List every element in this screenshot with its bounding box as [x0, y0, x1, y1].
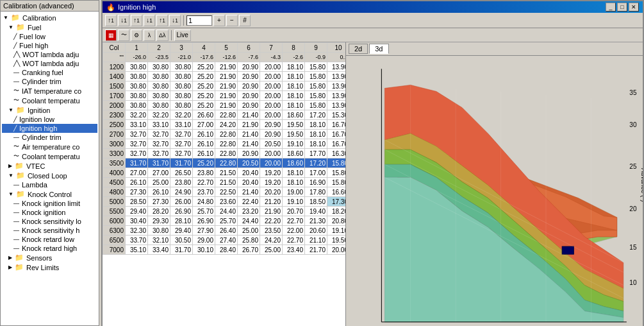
cell-19-6[interactable]: 25.00 — [260, 245, 283, 255]
cell-7-3[interactable]: 26.10 — [193, 130, 215, 139]
cell-2-9[interactable]: 13.90 — [327, 82, 347, 91]
cell-16-2[interactable]: 28.10 — [170, 216, 193, 226]
cell-9-8[interactable]: 17.70 — [305, 149, 327, 159]
cell-14-0[interactable]: 28.50 — [126, 197, 148, 207]
cell-10-6[interactable]: 20.00 — [260, 159, 283, 168]
delta-button[interactable]: Δλ — [156, 30, 169, 41]
cell-16-6[interactable]: 22.20 — [260, 216, 283, 226]
tree-item-knock-ign[interactable]: —Knock ignition — [2, 208, 97, 217]
cell-1-8[interactable]: 15.80 — [305, 72, 327, 82]
up2-button[interactable]: ↑1 — [131, 15, 142, 26]
cell-0-5[interactable]: 20.90 — [238, 62, 260, 72]
cell-12-1[interactable]: 25.00 — [148, 178, 170, 187]
tree-item-knock-retard-h[interactable]: —Knock retard high — [2, 244, 97, 253]
cell-11-5[interactable]: 20.40 — [238, 168, 260, 178]
cell-11-6[interactable]: 19.20 — [260, 168, 283, 178]
cell-5-1[interactable]: 32.20 — [148, 110, 170, 120]
down1-button[interactable]: ↓1 — [118, 15, 129, 26]
cell-10-7[interactable]: 18.60 — [283, 159, 305, 168]
cell-16-7[interactable]: 22.70 — [283, 216, 305, 226]
cell-12-6[interactable]: 19.20 — [260, 178, 283, 187]
tree-item-closed-loop[interactable]: ▼📁Closed Loop — [2, 171, 97, 180]
cell-1-7[interactable]: 18.10 — [283, 72, 305, 82]
tree-item-iat-co[interactable]: 〜IAT temperature co — [2, 86, 97, 96]
tab-2d[interactable]: 2d — [349, 44, 368, 54]
cell-10-2[interactable]: 31.70 — [170, 159, 193, 168]
cell-3-0[interactable]: 30.80 — [126, 91, 148, 101]
cell-4-7[interactable]: 18.10 — [283, 101, 305, 110]
cell-1-6[interactable]: 20.00 — [260, 72, 283, 82]
cell-8-3[interactable]: 26.10 — [193, 139, 215, 149]
cell-13-9[interactable]: 16.60 — [327, 187, 347, 197]
cell-7-0[interactable]: 32.70 — [126, 130, 148, 139]
cell-16-8[interactable]: 21.30 — [305, 216, 327, 226]
cell-9-7[interactable]: 18.60 — [283, 149, 305, 159]
hash-button[interactable]: # — [239, 15, 251, 26]
cell-7-6[interactable]: 20.90 — [260, 130, 283, 139]
cell-18-7[interactable]: 22.70 — [283, 236, 305, 245]
cell-8-9[interactable]: 16.70 — [327, 139, 347, 149]
cell-19-7[interactable]: 23.40 — [283, 245, 305, 255]
cell-1-1[interactable]: 30.80 — [148, 72, 170, 82]
tree-item-knock-control[interactable]: ▼📁Knock Control — [2, 189, 97, 199]
cell-7-9[interactable]: 16.70 — [327, 130, 347, 139]
cell-6-9[interactable]: 16.70 — [327, 120, 347, 130]
cell-5-5[interactable]: 21.40 — [238, 110, 260, 120]
tree-item-iat-ign[interactable]: 〜Air temperature co — [2, 142, 97, 151]
cell-14-4[interactable]: 23.60 — [215, 197, 238, 207]
cell-5-7[interactable]: 18.60 — [283, 110, 305, 120]
cell-17-9[interactable]: 19.10 — [327, 226, 347, 236]
cell-5-3[interactable]: 26.60 — [193, 110, 215, 120]
cell-19-2[interactable]: 31.70 — [170, 245, 193, 255]
cell-15-6[interactable]: 21.90 — [260, 207, 283, 216]
cell-7-7[interactable]: 19.50 — [283, 130, 305, 139]
cell-12-3[interactable]: 22.70 — [193, 178, 215, 187]
cell-8-8[interactable]: 18.10 — [305, 139, 327, 149]
cell-7-2[interactable]: 32.70 — [170, 130, 193, 139]
tree-item-fuel[interactable]: ▼📁Fuel — [2, 22, 97, 32]
cell-13-6[interactable]: 20.20 — [260, 187, 283, 197]
cell-2-3[interactable]: 25.20 — [193, 82, 215, 91]
cell-1-5[interactable]: 20.90 — [238, 72, 260, 82]
cell-7-5[interactable]: 21.40 — [238, 130, 260, 139]
cell-17-0[interactable]: 32.30 — [126, 226, 148, 236]
cell-7-4[interactable]: 22.80 — [215, 130, 238, 139]
tree-item-calibration[interactable]: ▼📁Calibration — [2, 13, 97, 22]
cell-3-5[interactable]: 20.90 — [238, 91, 260, 101]
cell-17-8[interactable]: 20.60 — [305, 226, 327, 236]
cell-9-0[interactable]: 32.70 — [126, 149, 148, 159]
cell-14-9[interactable]: 17.30 — [327, 197, 347, 207]
cell-15-4[interactable]: 24.40 — [215, 207, 238, 216]
cell-18-8[interactable]: 21.10 — [305, 236, 327, 245]
wave-button[interactable]: 〜 — [118, 30, 129, 41]
cell-17-1[interactable]: 30.80 — [148, 226, 170, 236]
cell-1-9[interactable]: 13.90 — [327, 72, 347, 82]
cell-0-9[interactable]: 13.90 — [327, 62, 347, 72]
cell-4-9[interactable]: 13.90 — [327, 101, 347, 110]
cell-2-8[interactable]: 15.80 — [305, 82, 327, 91]
cell-18-4[interactable]: 27.40 — [215, 236, 238, 245]
cell-0-7[interactable]: 18.10 — [283, 62, 305, 72]
cell-13-2[interactable]: 24.90 — [170, 187, 193, 197]
cell-16-3[interactable]: 26.90 — [193, 216, 215, 226]
cell-6-6[interactable]: 20.90 — [260, 120, 283, 130]
cell-17-7[interactable]: 22.00 — [283, 226, 305, 236]
minus-button[interactable]: − — [226, 15, 238, 26]
tree-item-coolant-ign[interactable]: 〜Coolant temperatu — [2, 151, 97, 161]
cell-12-0[interactable]: 26.10 — [126, 178, 148, 187]
tree-item-cranking-fuel[interactable]: —Cranking fuel — [2, 68, 97, 77]
tree-item-knock-retard-l[interactable]: —Knock retard low — [2, 235, 97, 244]
tree-item-rev-limits[interactable]: ▶📁Rev Limits — [2, 262, 97, 272]
cell-15-0[interactable]: 29.40 — [126, 207, 148, 216]
cell-14-3[interactable]: 24.80 — [193, 197, 215, 207]
cell-4-3[interactable]: 25.20 — [193, 101, 215, 110]
tree-item-knock-sens-l[interactable]: —Knock sensitivity lo — [2, 217, 97, 226]
cell-6-7[interactable]: 19.50 — [283, 120, 305, 130]
cell-2-1[interactable]: 30.80 — [148, 82, 170, 91]
cell-2-4[interactable]: 21.90 — [215, 82, 238, 91]
cell-12-8[interactable]: 16.90 — [305, 178, 327, 187]
cell-16-0[interactable]: 30.40 — [126, 216, 148, 226]
cell-9-5[interactable]: 20.90 — [238, 149, 260, 159]
cell-6-2[interactable]: 33.10 — [170, 120, 193, 130]
cell-10-1[interactable]: 31.70 — [148, 159, 170, 168]
